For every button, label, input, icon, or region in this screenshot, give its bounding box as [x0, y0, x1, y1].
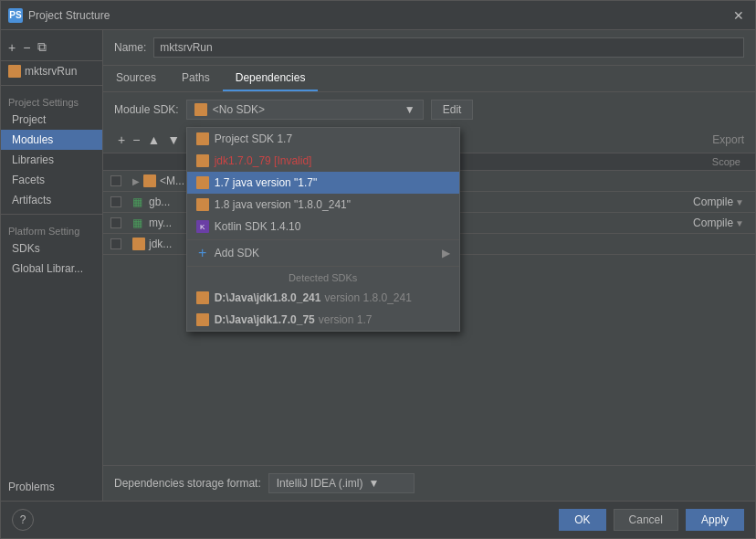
app-icon: PS: [8, 8, 23, 23]
module-item-mktsrvrun[interactable]: mktsrvRun: [1, 61, 102, 81]
add-dep-button[interactable]: +: [114, 131, 129, 149]
project-settings-label: Project Settings: [1, 90, 102, 110]
expand-icon: ▶: [132, 176, 140, 186]
remove-module-button[interactable]: −: [21, 38, 32, 57]
add-sdk-option[interactable]: + Add SDK ▶: [187, 242, 459, 264]
sdk-option-jdk179[interactable]: jdk1.7.0_79 [Invalid]: [187, 150, 459, 172]
add-sdk-arrow-icon: ▶: [442, 247, 450, 259]
sidebar-item-modules[interactable]: Modules: [1, 130, 102, 150]
sdk-option-java18[interactable]: 1.8 java version "1.8.0_241": [187, 194, 459, 216]
sidebar-item-facets[interactable]: Facets: [1, 170, 102, 190]
sidebar-item-artifacts[interactable]: Artifacts: [1, 190, 102, 210]
jdk-icon-4: [132, 238, 145, 250]
java-icon: [196, 198, 209, 211]
sdk-current-value: <No SDK>: [213, 103, 265, 116]
platform-settings-label: Platform Setting: [1, 218, 102, 238]
dep-name-2: gb...: [149, 196, 170, 208]
close-button[interactable]: ✕: [730, 6, 748, 25]
copy-module-button[interactable]: ⧉: [36, 37, 48, 57]
divider2: [1, 214, 102, 215]
name-input[interactable]: [153, 37, 744, 58]
move-down-dep-button[interactable]: ▼: [163, 131, 184, 149]
gradle-icon-3: ▦: [132, 217, 145, 229]
dependencies-content: Module SDK: <No SDK> ▼ Project SDK 1.7: [103, 92, 755, 501]
cancel-button[interactable]: Cancel: [614, 509, 678, 531]
sidebar: + − ⧉ mktsrvRun Project Settings Project…: [1, 30, 103, 501]
sdk-option-kotlin[interactable]: K Kotlin SDK 1.4.10: [187, 216, 459, 238]
sdk-row: Module SDK: <No SDK> ▼ Project SDK 1.7: [103, 92, 755, 127]
add-module-button[interactable]: +: [6, 38, 17, 57]
sidebar-item-sdks[interactable]: SDKs: [1, 238, 102, 259]
dep-name-3: my...: [149, 217, 172, 229]
sdk-dropdown-icon: [194, 103, 207, 116]
storage-row: Dependencies storage format: IntelliJ ID…: [103, 465, 755, 501]
detected1-version: version 1.8.0_241: [324, 291, 411, 304]
sidebar-item-libraries[interactable]: Libraries: [1, 150, 102, 170]
sidebar-item-project[interactable]: Project: [1, 110, 102, 130]
edit-sdk-button[interactable]: Edit: [431, 100, 474, 120]
kotlin-icon: K: [196, 220, 209, 233]
detected-sdks-label: Detected SDKs: [187, 269, 459, 287]
sdk-dropdown-arrow-icon: ▼: [404, 103, 415, 116]
sidebar-item-global-libraries[interactable]: Global Librar...: [1, 259, 102, 279]
sidebar-toolbar: + − ⧉: [1, 34, 102, 61]
sdk-dropdown-container: <No SDK> ▼ Project SDK 1.7 jdk1.7.0: [186, 100, 424, 120]
dep-checkbox-1[interactable]: [110, 175, 121, 186]
tab-dependencies[interactable]: Dependencies: [223, 66, 319, 91]
module-icon: [8, 65, 21, 78]
export-label: Export: [712, 133, 744, 146]
module-dep-icon: [143, 174, 156, 187]
main-content: Name: Sources Paths Dependencies M: [103, 30, 755, 501]
project-structure-window: PS Project Structure ✕ + − ⧉ mktsrvRun P…: [0, 0, 756, 539]
java-icon: [196, 291, 209, 304]
window-title: Project Structure: [28, 9, 730, 22]
tab-paths[interactable]: Paths: [169, 66, 223, 91]
dep-checkbox-2[interactable]: [110, 196, 121, 207]
detected2-version: version 1.7: [319, 313, 373, 326]
storage-dropdown-arrow-icon: ▼: [368, 477, 379, 490]
popup-divider1: [187, 239, 459, 240]
tab-sources[interactable]: Sources: [103, 66, 169, 91]
apply-button[interactable]: Apply: [686, 509, 744, 531]
dep-scope-3-label: Compile: [693, 217, 733, 229]
sdk-popup: Project SDK 1.7 jdk1.7.0_79 [Invalid] 1.…: [186, 127, 460, 332]
move-up-dep-button[interactable]: ▲: [143, 131, 163, 149]
bottom-bar: ? OK Cancel Apply: [1, 501, 755, 538]
sdk-option-java17[interactable]: 1.7 java version "1.7": [187, 172, 459, 194]
ok-button[interactable]: OK: [559, 509, 605, 531]
dep-scope-2-label: Compile: [693, 196, 733, 208]
sdk-label: Module SDK:: [114, 103, 179, 116]
sdk-option-project-sdk[interactable]: Project SDK 1.7: [187, 128, 459, 150]
remove-dep-button[interactable]: −: [129, 131, 143, 149]
col-scope-header: Scope: [675, 156, 748, 167]
sdk-detected-2[interactable]: D:\Java\jdk1.7.0_75 version 1.7: [187, 309, 459, 331]
dep-name-4: jdk...: [149, 238, 172, 250]
storage-dropdown[interactable]: IntelliJ IDEA (.iml) ▼: [268, 473, 415, 493]
name-row: Name:: [103, 30, 755, 66]
title-bar: PS Project Structure ✕: [1, 1, 755, 30]
add-icon: +: [196, 247, 209, 259]
module-name: mktsrvRun: [25, 65, 77, 78]
dep-checkbox-4[interactable]: [110, 238, 121, 249]
dep-checkbox-3[interactable]: [110, 217, 121, 228]
storage-value: IntelliJ IDEA (.iml): [277, 477, 363, 490]
scope-arrow-3[interactable]: ▼: [735, 218, 744, 228]
storage-label: Dependencies storage format:: [114, 477, 261, 490]
divider1: [1, 85, 102, 86]
java-icon: [196, 154, 209, 167]
java-icon: [196, 176, 209, 189]
name-label: Name:: [114, 41, 146, 54]
sidebar-item-problems[interactable]: Problems: [1, 473, 102, 501]
popup-divider2: [187, 266, 459, 267]
sdk-detected-1[interactable]: D:\Java\jdk1.8.0_241 version 1.8.0_241: [187, 287, 459, 309]
gradle-icon-2: ▦: [132, 196, 145, 208]
tabs-bar: Sources Paths Dependencies: [103, 66, 755, 92]
java-icon: [196, 132, 209, 145]
dep-name-1: <M...: [160, 174, 184, 187]
sdk-dropdown-button[interactable]: <No SDK> ▼: [186, 100, 424, 120]
help-button[interactable]: ?: [12, 509, 34, 531]
java-icon: [196, 313, 209, 326]
scope-arrow-2[interactable]: ▼: [735, 197, 744, 207]
